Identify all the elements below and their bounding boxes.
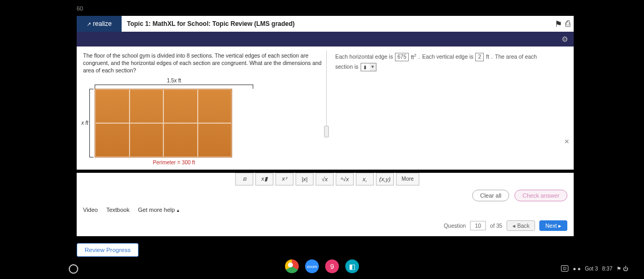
math-mixed-button[interactable]: x▮ bbox=[255, 173, 273, 185]
gear-icon[interactable]: ⚙ bbox=[562, 35, 568, 43]
question-number-input[interactable]: 10 bbox=[470, 221, 486, 230]
app-window: ↗ realize Topic 1: MathXL for School: To… bbox=[77, 16, 574, 236]
content-area: The floor of the school gym is divided i… bbox=[77, 46, 574, 170]
back-button[interactable]: ◂ Back bbox=[507, 220, 535, 231]
answer-text: section is bbox=[335, 62, 358, 72]
math-fraction-button[interactable]: ⧆ bbox=[235, 173, 253, 185]
grid-cell bbox=[163, 89, 198, 123]
system-tray[interactable]: D ● ● Got 3 8:37 ⚑ ⏻ bbox=[561, 265, 628, 272]
answer-unit: ft bbox=[486, 52, 489, 62]
zoom-icon[interactable]: zoom bbox=[305, 259, 319, 273]
action-row: Clear all Check answer bbox=[77, 185, 574, 203]
answer-pane: Each horizontal edge is 675 ft2 . Each v… bbox=[324, 52, 567, 165]
app-icon[interactable]: ◧ bbox=[345, 259, 359, 273]
figure-top-dimension-arrow bbox=[95, 85, 253, 89]
figure-perimeter-label: Perimeter = 300 ft bbox=[95, 160, 253, 165]
answer-sentence-2: section is ▮ ▼ bbox=[335, 62, 567, 72]
video-link[interactable]: Video bbox=[83, 207, 98, 213]
grid-cell bbox=[95, 123, 130, 157]
dropdown-value: ▮ bbox=[361, 63, 370, 71]
tray-dots: ● ● bbox=[573, 266, 581, 272]
grid-cell bbox=[130, 123, 164, 157]
answer-input-vertical[interactable]: 2 bbox=[475, 53, 484, 61]
review-progress-button[interactable]: Review Progress bbox=[77, 243, 139, 257]
brand-badge[interactable]: ↗ realize bbox=[77, 16, 122, 32]
gym-floor-grid bbox=[95, 89, 232, 157]
question-text: The floor of the school gym is divided i… bbox=[83, 52, 324, 75]
get-more-help-link[interactable]: Get more help▲ bbox=[138, 207, 180, 213]
math-exponent-button[interactable]: xʸ bbox=[275, 173, 293, 185]
figure-left-dimension-arrow bbox=[89, 89, 94, 157]
math-nroot-button[interactable]: ⁿ√x bbox=[336, 173, 354, 185]
answer-text: . bbox=[491, 52, 493, 62]
question-nav: Question 10 of 35 ◂ Back Next ▸ bbox=[77, 218, 574, 236]
answer-area-dropdown[interactable]: ▮ ▼ bbox=[361, 63, 376, 71]
math-ordered-pair-button[interactable]: (x,y) bbox=[376, 173, 394, 185]
chevron-down-icon: ▼ bbox=[370, 63, 376, 71]
sub-toolbar: ⚙ bbox=[77, 32, 574, 46]
answer-text: . bbox=[418, 52, 420, 62]
battery-icon: D bbox=[561, 265, 569, 272]
os-taskbar: zoom 9 ◧ D ● ● Got 3 8:37 ⚑ ⏻ bbox=[0, 257, 644, 276]
grid-cell bbox=[198, 89, 232, 123]
question-total: of 35 bbox=[490, 222, 502, 229]
figure-left-label: x ft bbox=[78, 120, 89, 126]
taskbar-apps: zoom 9 ◧ bbox=[285, 259, 359, 273]
help-row: Video Textbook Get more help▲ bbox=[77, 203, 574, 218]
answer-text: Each vertical edge is bbox=[422, 52, 473, 62]
page-title: Topic 1: MathXL for School: Topic Review… bbox=[122, 16, 553, 32]
flag-icon[interactable]: ⚑ bbox=[555, 19, 562, 29]
math-subscript-button[interactable]: x, bbox=[356, 173, 374, 185]
print-icon[interactable]: ⎙ bbox=[565, 19, 571, 29]
grid-cell bbox=[95, 89, 130, 123]
figure: 1.5x ft x ft bbox=[95, 78, 253, 165]
check-answer-button[interactable]: Check answer bbox=[514, 190, 567, 201]
header-actions: ⚑ ⎙ bbox=[553, 16, 574, 32]
figure-top-label: 1.5x ft bbox=[95, 78, 253, 83]
question-label: Question bbox=[444, 222, 466, 229]
tray-icons: ⚑ ⏻ bbox=[617, 266, 628, 272]
close-icon[interactable]: ✕ bbox=[564, 138, 569, 145]
chrome-icon[interactable] bbox=[285, 259, 299, 273]
next-button[interactable]: Next ▸ bbox=[539, 220, 567, 231]
grid-cell bbox=[198, 123, 232, 157]
math-more-button[interactable]: More bbox=[396, 173, 419, 185]
answer-unit: ft2 bbox=[411, 52, 416, 62]
textbook-link[interactable]: Textbook bbox=[106, 207, 130, 213]
app-header: ↗ realize Topic 1: MathXL for School: To… bbox=[77, 16, 574, 32]
tray-status: Got 3 bbox=[585, 266, 597, 272]
clear-all-button[interactable]: Clear all bbox=[472, 190, 509, 201]
grid-cell bbox=[130, 89, 164, 123]
app-icon[interactable]: 9 bbox=[325, 259, 339, 273]
math-abs-button[interactable]: |x| bbox=[296, 173, 314, 185]
start-button[interactable] bbox=[69, 264, 78, 274]
answer-text: The area of each bbox=[495, 52, 537, 62]
answer-input-horizontal[interactable]: 675 bbox=[395, 53, 409, 61]
math-sqrt-button[interactable]: √x bbox=[316, 173, 334, 185]
math-toolbar: ⧆ x▮ xʸ |x| √x ⁿ√x x, (x,y) More bbox=[235, 173, 574, 185]
answer-text: Each horizontal edge is bbox=[335, 52, 393, 62]
caret-up-icon: ▲ bbox=[176, 208, 180, 213]
brand-text: realize bbox=[93, 20, 112, 27]
question-pane: The floor of the school gym is divided i… bbox=[83, 52, 324, 165]
answer-sentence: Each horizontal edge is 675 ft2 . Each v… bbox=[335, 52, 567, 62]
external-link-icon: ↗ bbox=[87, 21, 91, 27]
os-tab-strip: 60 bbox=[77, 5, 83, 12]
grid-cell bbox=[163, 123, 198, 157]
tray-time: 8:37 bbox=[602, 266, 612, 272]
